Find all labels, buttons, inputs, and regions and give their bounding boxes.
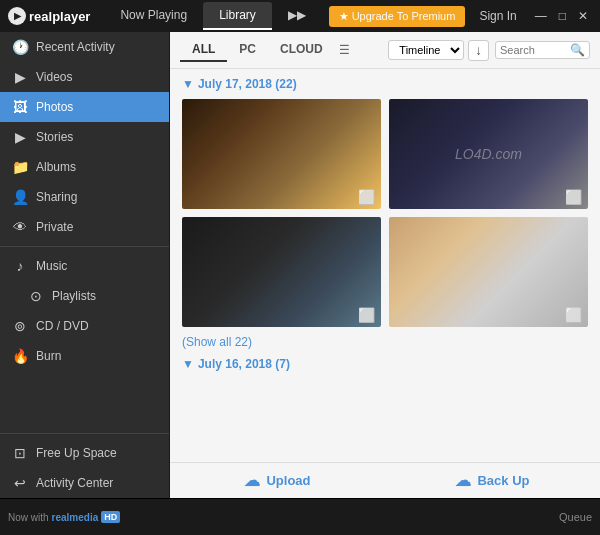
sidebar-divider [0,246,169,247]
date-group-label-1: July 17, 2018 (22) [198,77,297,91]
video-icon: ▶ [12,69,28,85]
backup-button[interactable]: ☁ Back Up [385,463,600,498]
photo-thumb-1[interactable]: ⬜ [182,99,381,209]
sidebar-item-stories[interactable]: ▶ Stories [0,122,169,152]
sidebar-label-playlists: Playlists [52,289,96,303]
sidebar-item-albums[interactable]: 📁 Albums [0,152,169,182]
sidebar-label-photos: Photos [36,100,73,114]
screen-icon-1: ⬜ [358,189,375,205]
date-group-label-2: July 16, 2018 (7) [198,357,290,371]
tab-now-playing[interactable]: Now Playing [104,2,203,30]
photo-thumb-4[interactable]: ⬜ [389,217,588,327]
screen-icon-2: ⬜ [565,189,582,205]
upgrade-button[interactable]: ★ Upgrade To Premium [329,6,466,27]
sidebar-item-private[interactable]: 👁 Private [0,212,169,242]
sidebar-item-cd-dvd[interactable]: ⊚ CD / DVD [0,311,169,341]
sidebar-label-recent-activity: Recent Activity [36,40,115,54]
close-button[interactable]: ✕ [574,9,592,23]
sidebar-label-activity-center: Activity Center [36,476,113,490]
albums-icon: 📁 [12,159,28,175]
search-input[interactable] [500,44,570,56]
stories-icon: ▶ [12,129,28,145]
chevron-down-icon-2: ▼ [182,357,194,371]
photo-thumb-2[interactable]: ⬜ [389,99,588,209]
minimize-button[interactable]: — [531,9,551,23]
music-icon: ♪ [12,258,28,274]
sidebar-item-playlists[interactable]: ⊙ Playlists [0,281,169,311]
playlists-icon: ⊙ [28,288,44,304]
clock-icon: 🕐 [12,39,28,55]
queue-label: Queue [559,511,592,523]
sidebar-label-music: Music [36,259,67,273]
timeline-select[interactable]: Timeline Date Name [388,40,464,60]
free-space-icon: ⊡ [12,445,28,461]
date-group-header-1[interactable]: ▼ July 17, 2018 (22) [182,77,588,91]
sidebar-label-sharing: Sharing [36,190,77,204]
upload-label: Upload [266,473,310,488]
sidebar-item-music[interactable]: ♪ Music [0,251,169,281]
library-toolbar: ALL PC CLOUD ☰ Timeline Date Name ↓ 🔍 [170,32,600,69]
activity-icon: ↩ [12,475,28,491]
sidebar-bottom-divider [0,433,169,434]
sidebar-item-activity-center[interactable]: ↩ Activity Center [0,468,169,498]
sidebar-label-stories: Stories [36,130,73,144]
maximize-button[interactable]: □ [555,9,570,23]
sharing-icon: 👤 [12,189,28,205]
show-all-link[interactable]: (Show all 22) [182,335,588,349]
cd-icon: ⊚ [12,318,28,334]
sidebar-label-private: Private [36,220,73,234]
lib-tab-cloud[interactable]: CLOUD [268,38,335,62]
photos-grid-1: ⬜ ⬜ ⬜ ⬜ [182,99,588,327]
logo-icon: ▶ [8,7,26,25]
window-controls: — □ ✕ [531,9,592,23]
sidebar-label-free-up-space: Free Up Space [36,446,117,460]
sidebar: 🕐 Recent Activity ▶ Videos 🖼 Photos ▶ St… [0,32,170,498]
logo-text: realplayer [29,9,90,24]
top-nav-tabs: Now Playing Library ▶▶ [104,2,321,30]
upload-cloud-icon: ☁ [244,471,260,490]
sidebar-label-albums: Albums [36,160,76,174]
photo-icon: 🖼 [12,99,28,115]
sidebar-item-photos[interactable]: 🖼 Photos [0,92,169,122]
backup-cloud-icon: ☁ [455,471,471,490]
realmedia-brand: realmedia [52,512,99,523]
bottom-actions: ☁ Upload ☁ Back Up [170,462,600,498]
sort-icon[interactable]: ☰ [339,43,350,57]
upload-button[interactable]: ☁ Upload [170,463,385,498]
date-group-header-2[interactable]: ▼ July 16, 2018 (7) [182,357,588,371]
lib-tab-pc[interactable]: PC [227,38,268,62]
search-icon[interactable]: 🔍 [570,43,585,57]
search-box: 🔍 [495,41,590,59]
top-bar: ▶ realplayer Now Playing Library ▶▶ ★ Up… [0,0,600,32]
backup-label: Back Up [477,473,529,488]
screen-icon-4: ⬜ [565,307,582,323]
sidebar-label-burn: Burn [36,349,61,363]
player-info-bar: Now with realmedia HD Queue [0,498,600,535]
chevron-down-icon: ▼ [182,77,194,91]
main-layout: 🕐 Recent Activity ▶ Videos 🖼 Photos ▶ St… [0,32,600,498]
sidebar-item-free-up-space[interactable]: ⊡ Free Up Space [0,438,169,468]
photos-content: ▼ July 17, 2018 (22) ⬜ ⬜ ⬜ ⬜ (Show all 2… [170,69,600,462]
sidebar-label-videos: Videos [36,70,72,84]
sidebar-item-recent-activity[interactable]: 🕐 Recent Activity [0,32,169,62]
player-logo: Now with realmedia HD [8,511,120,523]
photo-thumb-3[interactable]: ⬜ [182,217,381,327]
sign-in-button[interactable]: Sign In [479,9,516,23]
tab-forward[interactable]: ▶▶ [272,2,322,30]
hd-badge: HD [101,511,120,523]
screen-icon-3: ⬜ [358,307,375,323]
sidebar-label-cd-dvd: CD / DVD [36,319,89,333]
content-area: ALL PC CLOUD ☰ Timeline Date Name ↓ 🔍 ▼ … [170,32,600,498]
lib-tab-all[interactable]: ALL [180,38,227,62]
sort-direction-button[interactable]: ↓ [468,40,489,61]
sidebar-item-sharing[interactable]: 👤 Sharing [0,182,169,212]
sidebar-item-burn[interactable]: 🔥 Burn [0,341,169,371]
sidebar-item-videos[interactable]: ▶ Videos [0,62,169,92]
app-logo: ▶ realplayer [8,7,90,25]
burn-icon: 🔥 [12,348,28,364]
private-icon: 👁 [12,219,28,235]
tab-library[interactable]: Library [203,2,272,30]
